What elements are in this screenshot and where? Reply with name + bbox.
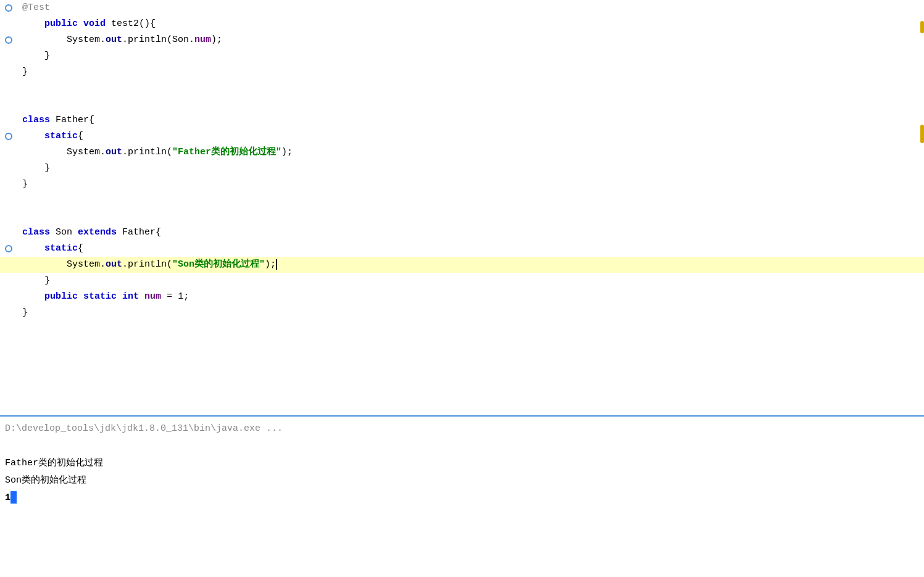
line-text: System.out.println(Son.num);: [17, 32, 924, 48]
line-text: public void test2(){: [17, 16, 924, 32]
code-line: }: [0, 305, 924, 321]
code-line: [0, 96, 924, 112]
terminal-command: D:\develop_tools\jdk\jdk1.8.0_131\bin\ja…: [5, 420, 919, 438]
terminal-output-3: 1: [5, 489, 919, 507]
gutter: [0, 160, 17, 176]
line-text: }: [17, 64, 924, 80]
code-line: System.out.println(Son.num);: [0, 32, 924, 48]
terminal-output-1: Father类的初始化过程: [5, 455, 919, 472]
breakpoint-dot[interactable]: [5, 245, 12, 252]
line-text: [17, 80, 924, 96]
gutter: [0, 241, 17, 257]
code-line: public void test2(){: [0, 16, 924, 32]
code-line: }: [0, 273, 924, 289]
code-line: @Test: [0, 0, 924, 16]
code-line: public static int num = 1;: [0, 289, 924, 305]
line-text: [17, 193, 924, 209]
terminal-blank: [5, 438, 919, 455]
gutter: [0, 0, 17, 16]
code-line: }: [0, 48, 924, 64]
scrollbar-top-thumb[interactable]: [920, 21, 924, 33]
code-line: System.out.println("Son类的初始化过程");: [0, 257, 924, 273]
line-text: @Test: [17, 0, 924, 16]
line-text: }: [17, 305, 924, 321]
gutter: [0, 209, 17, 225]
gutter: [0, 48, 17, 64]
line-text: }: [17, 176, 924, 193]
line-text: class Father{: [17, 112, 924, 128]
gutter: [0, 273, 17, 289]
line-text: System.out.println("Son类的初始化过程");: [17, 257, 924, 273]
line-text: }: [17, 273, 924, 289]
scrollbar-thumb[interactable]: [920, 125, 924, 143]
gutter: [0, 64, 17, 80]
gutter: [0, 305, 17, 321]
code-line: [0, 193, 924, 209]
terminal-cursor: [10, 491, 17, 504]
line-text: System.out.println("Father类的初始化过程");: [17, 144, 924, 160]
line-text: static{: [17, 128, 924, 144]
gutter: [0, 176, 17, 193]
line-text: static{: [17, 241, 924, 257]
gutter: [0, 257, 17, 273]
line-text: public static int num = 1;: [17, 289, 924, 305]
code-line: System.out.println("Father类的初始化过程");: [0, 144, 924, 160]
code-line: [0, 80, 924, 96]
gutter: [0, 193, 17, 209]
line-text: class Son extends Father{: [17, 225, 924, 241]
code-editor[interactable]: @Test public void test2(){ System.out.pr…: [0, 0, 924, 417]
terminal-number: 1: [5, 492, 10, 503]
line-text: }: [17, 48, 924, 64]
code-line: class Father{: [0, 112, 924, 128]
gutter: [0, 128, 17, 144]
code-line: }: [0, 64, 924, 80]
line-text: }: [17, 160, 924, 176]
gutter: [0, 144, 17, 160]
gutter: [0, 225, 17, 241]
gutter: [0, 32, 17, 48]
line-text: [17, 96, 924, 112]
breakpoint-dot[interactable]: [5, 133, 12, 140]
line-text: [17, 209, 924, 225]
gutter: [0, 96, 17, 112]
code-line: [0, 209, 924, 225]
terminal-output-2: Son类的初始化过程: [5, 472, 919, 489]
code-line: class Son extends Father{: [0, 225, 924, 241]
breakpoint-dot[interactable]: [5, 4, 12, 12]
code-line: }: [0, 160, 924, 176]
gutter: [0, 16, 17, 32]
breakpoint-dot[interactable]: [5, 36, 12, 44]
code-line: }: [0, 176, 924, 193]
code-line: static{: [0, 128, 924, 144]
gutter: [0, 80, 17, 96]
code-lines: @Test public void test2(){ System.out.pr…: [0, 0, 924, 321]
terminal-output: D:\develop_tools\jdk\jdk1.8.0_131\bin\ja…: [0, 417, 924, 577]
code-line: static{: [0, 241, 924, 257]
gutter: [0, 112, 17, 128]
gutter: [0, 289, 17, 305]
